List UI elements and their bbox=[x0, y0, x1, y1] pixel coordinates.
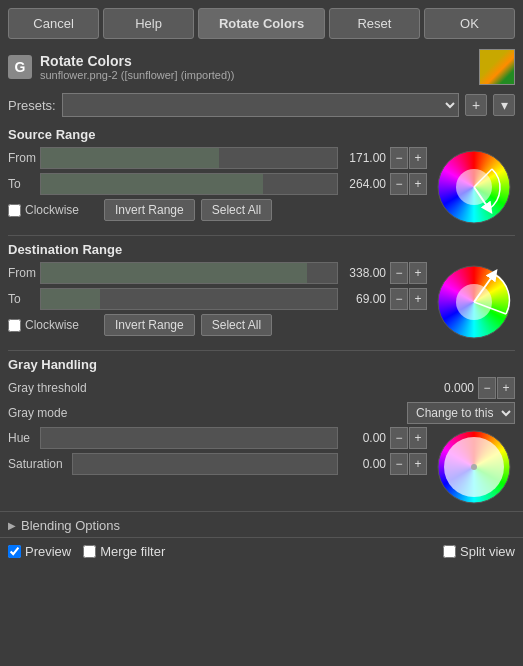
gray-saturation-label: Saturation bbox=[8, 457, 72, 471]
ok-button[interactable]: OK bbox=[424, 8, 515, 39]
source-clockwise-checkbox[interactable] bbox=[8, 204, 21, 217]
destination-range-title: Destination Range bbox=[8, 242, 515, 257]
header: G Rotate Colors sunflower.png-2 ([sunflo… bbox=[0, 45, 523, 91]
blending-section: ▶ Blending Options bbox=[0, 511, 523, 537]
merge-text: Merge filter bbox=[100, 544, 165, 559]
destination-from-label: From bbox=[8, 266, 40, 280]
source-from-value: 171.00 bbox=[338, 151, 390, 165]
title-block: Rotate Colors sunflower.png-2 ([sunflowe… bbox=[40, 53, 471, 81]
split-label[interactable]: Split view bbox=[443, 544, 515, 559]
destination-range-section: Destination Range From 338.00 − + To bbox=[0, 238, 523, 348]
gray-handling-section: Gray Handling Gray threshold 0.000 − + G… bbox=[0, 353, 523, 511]
source-to-label: To bbox=[8, 177, 40, 191]
gray-hue-increment[interactable]: + bbox=[409, 427, 427, 449]
destination-to-label: To bbox=[8, 292, 40, 306]
gray-threshold-decrement[interactable]: − bbox=[478, 377, 496, 399]
destination-clockwise-checkbox[interactable] bbox=[8, 319, 21, 332]
rotate-colors-button[interactable]: Rotate Colors bbox=[198, 8, 325, 39]
source-from-label: From bbox=[8, 151, 40, 165]
destination-to-increment[interactable]: + bbox=[409, 288, 427, 310]
blending-arrow-icon: ▶ bbox=[8, 520, 16, 531]
gray-saturation-row: Saturation 0.00 − + bbox=[8, 453, 427, 475]
presets-menu-button[interactable]: ▾ bbox=[493, 94, 515, 116]
presets-row: Presets: + ▾ bbox=[0, 91, 523, 123]
gray-threshold-row: Gray threshold 0.000 − + bbox=[8, 377, 515, 399]
bottom-bar: Preview Merge filter Split view bbox=[0, 537, 523, 565]
destination-color-wheel bbox=[433, 262, 515, 342]
gimp-icon: G bbox=[8, 55, 32, 79]
destination-invert-range-button[interactable]: Invert Range bbox=[104, 314, 195, 336]
source-select-all-button[interactable]: Select All bbox=[201, 199, 272, 221]
gray-mode-select[interactable]: Change to this bbox=[407, 402, 515, 424]
gray-color-wheel bbox=[433, 427, 515, 507]
split-text: Split view bbox=[460, 544, 515, 559]
destination-controls-row: Clockwise Invert Range Select All bbox=[8, 314, 427, 336]
presets-add-button[interactable]: + bbox=[465, 94, 487, 116]
source-color-wheel bbox=[433, 147, 515, 227]
gray-color-row: Hue 0.00 − + Saturation 0.00 − + bbox=[8, 427, 515, 507]
destination-select-all-button[interactable]: Select All bbox=[201, 314, 272, 336]
preview-text: Preview bbox=[25, 544, 71, 559]
merge-label[interactable]: Merge filter bbox=[83, 544, 165, 559]
source-from-increment[interactable]: + bbox=[409, 147, 427, 169]
gray-hue-decrement[interactable]: − bbox=[390, 427, 408, 449]
source-range-title: Source Range bbox=[8, 127, 515, 142]
reset-button[interactable]: Reset bbox=[329, 8, 420, 39]
gray-mode-label: Gray mode bbox=[8, 406, 407, 420]
destination-to-value: 69.00 bbox=[338, 292, 390, 306]
source-invert-range-button[interactable]: Invert Range bbox=[104, 199, 195, 221]
source-controls-row: Clockwise Invert Range Select All bbox=[8, 199, 427, 221]
source-from-decrement[interactable]: − bbox=[390, 147, 408, 169]
destination-wheel-svg bbox=[434, 262, 514, 342]
gray-hue-row: Hue 0.00 − + bbox=[8, 427, 427, 449]
source-from-row: From 171.00 − + bbox=[8, 147, 427, 169]
cancel-button[interactable]: Cancel bbox=[8, 8, 99, 39]
source-clockwise-label[interactable]: Clockwise bbox=[8, 203, 98, 217]
toolbar: Cancel Help Rotate Colors Reset OK bbox=[0, 0, 523, 45]
gray-handling-title: Gray Handling bbox=[8, 357, 515, 372]
svg-point-13 bbox=[471, 464, 477, 470]
subtitle: sunflower.png-2 ([sunflower] (imported)) bbox=[40, 69, 471, 81]
merge-checkbox[interactable] bbox=[83, 545, 96, 558]
gray-threshold-value: 0.000 bbox=[444, 381, 474, 395]
destination-from-row: From 338.00 − + bbox=[8, 262, 427, 284]
split-checkbox[interactable] bbox=[443, 545, 456, 558]
preview-checkbox[interactable] bbox=[8, 545, 21, 558]
blending-label: Blending Options bbox=[21, 518, 120, 533]
gray-hue-label: Hue bbox=[8, 431, 40, 445]
gray-mode-row: Gray mode Change to this bbox=[8, 402, 515, 424]
presets-select[interactable] bbox=[62, 93, 459, 117]
gray-threshold-increment[interactable]: + bbox=[497, 377, 515, 399]
destination-from-decrement[interactable]: − bbox=[390, 262, 408, 284]
preview-label[interactable]: Preview bbox=[8, 544, 71, 559]
destination-clockwise-label[interactable]: Clockwise bbox=[8, 318, 98, 332]
source-range-inputs: From 171.00 − + To 264.00 − + bbox=[8, 147, 427, 221]
gray-inputs: Hue 0.00 − + Saturation 0.00 − + bbox=[8, 427, 427, 479]
destination-to-decrement[interactable]: − bbox=[390, 288, 408, 310]
source-to-value: 264.00 bbox=[338, 177, 390, 191]
gray-saturation-value: 0.00 bbox=[338, 457, 390, 471]
presets-label: Presets: bbox=[8, 98, 56, 113]
gray-saturation-decrement[interactable]: − bbox=[390, 453, 408, 475]
destination-range-inputs: From 338.00 − + To 69.00 − + bbox=[8, 262, 427, 336]
destination-from-increment[interactable]: + bbox=[409, 262, 427, 284]
source-to-decrement[interactable]: − bbox=[390, 173, 408, 195]
gray-threshold-label: Gray threshold bbox=[8, 381, 444, 395]
source-to-row: To 264.00 − + bbox=[8, 173, 427, 195]
image-thumbnail bbox=[479, 49, 515, 85]
source-range-section: Source Range From 171.00 − + To bbox=[0, 123, 523, 233]
source-wheel-svg bbox=[434, 147, 514, 227]
destination-to-row: To 69.00 − + bbox=[8, 288, 427, 310]
gray-hue-value: 0.00 bbox=[338, 431, 390, 445]
help-button[interactable]: Help bbox=[103, 8, 194, 39]
destination-from-value: 338.00 bbox=[338, 266, 390, 280]
source-to-increment[interactable]: + bbox=[409, 173, 427, 195]
gray-saturation-increment[interactable]: + bbox=[409, 453, 427, 475]
main-title: Rotate Colors bbox=[40, 53, 471, 69]
gray-wheel-svg bbox=[434, 427, 514, 507]
blending-toggle[interactable]: ▶ Blending Options bbox=[8, 518, 515, 533]
